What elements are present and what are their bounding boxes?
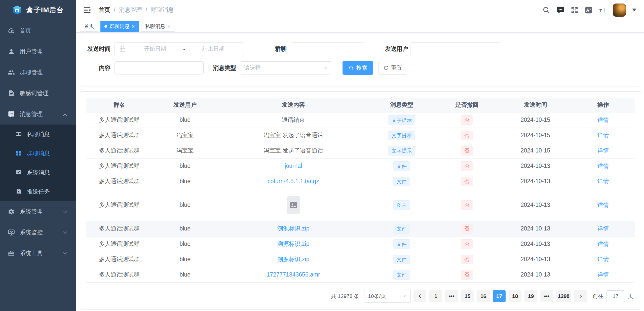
sidebar-collapse-icon[interactable] bbox=[83, 6, 91, 14]
close-icon[interactable]: × bbox=[168, 24, 171, 29]
sidebar-item-system-tools[interactable]: 系统工具 bbox=[0, 243, 76, 264]
next-page-button[interactable] bbox=[574, 290, 587, 302]
chat-icon[interactable] bbox=[556, 6, 564, 14]
col-actions: 操作 bbox=[572, 98, 635, 112]
date-range-picker[interactable]: 开始日期 - 结束日期 bbox=[115, 42, 244, 55]
sidebar-item-sensitive-words[interactable]: 敏感词管理 bbox=[0, 83, 76, 104]
chevron-down-icon bbox=[63, 251, 67, 255]
sidebar-item-push-tasks[interactable]: 推送任务 bbox=[0, 182, 76, 201]
detail-link[interactable]: 详情 bbox=[597, 163, 609, 169]
page-button-active[interactable]: 17 bbox=[493, 290, 506, 302]
cell-group: 多人通话测试群 bbox=[86, 252, 152, 267]
pagination-goto: 前往 页 bbox=[593, 290, 633, 302]
select-placeholder: 请选择 bbox=[244, 64, 261, 72]
message-type-label: 消息类型 bbox=[204, 64, 236, 72]
content-input[interactable] bbox=[115, 61, 204, 74]
detail-link[interactable]: 详情 bbox=[597, 116, 609, 123]
translate-icon[interactable]: A文 bbox=[585, 6, 593, 14]
detail-link[interactable]: 详情 bbox=[597, 178, 609, 184]
detail-link[interactable]: 详情 bbox=[597, 147, 609, 154]
sidebar-item-label: 群聊消息 bbox=[27, 149, 50, 157]
cell-content: 冯宝宝 发起了语音通话 bbox=[218, 128, 369, 143]
search-icon[interactable] bbox=[542, 6, 550, 14]
sidebar-item-group-messages[interactable]: 群聊消息 bbox=[0, 144, 76, 163]
avatar-dropdown-caret-icon[interactable] bbox=[632, 9, 636, 11]
content-label: 内容 bbox=[86, 64, 110, 72]
topbar-actions: A文 TT bbox=[542, 4, 636, 17]
sidebar-item-system-monitor[interactable]: 系统监控 bbox=[0, 222, 76, 243]
more-pages-button[interactable]: ••• bbox=[540, 290, 553, 302]
cell-time: 2024-10-15 bbox=[499, 128, 572, 143]
cell-sender: blue bbox=[152, 221, 218, 236]
fullscreen-icon[interactable] bbox=[571, 6, 579, 14]
cell-sender: blue bbox=[152, 267, 218, 282]
page-button[interactable]: 19 bbox=[524, 290, 537, 302]
sidebar-item-users[interactable]: 用户管理 bbox=[0, 41, 76, 62]
cell-group: 多人通话测试群 bbox=[86, 221, 152, 236]
close-icon[interactable]: × bbox=[132, 24, 135, 29]
image-thumbnail[interactable] bbox=[287, 196, 300, 214]
user-avatar[interactable] bbox=[613, 4, 626, 17]
more-pages-button[interactable]: ••• bbox=[445, 290, 458, 302]
detail-link[interactable]: 详情 bbox=[597, 256, 609, 262]
breadcrumb: 首页 / 消息管理 / 群聊消息 bbox=[99, 6, 174, 14]
cell-group: 多人通话测试群 bbox=[86, 267, 152, 282]
cell-time: 2024-10-15 bbox=[499, 112, 572, 128]
goto-page-input[interactable] bbox=[606, 290, 625, 302]
cell-sender: blue bbox=[152, 189, 218, 221]
reset-button[interactable]: 重置 bbox=[378, 61, 407, 75]
file-link[interactable]: 溯源标识.zip bbox=[277, 241, 310, 247]
cell-group: 多人通话测试群 bbox=[86, 158, 152, 174]
file-link[interactable]: journal bbox=[285, 163, 302, 169]
detail-link[interactable]: 详情 bbox=[597, 132, 609, 138]
main-area: 首页 / 消息管理 / 群聊消息 A文 TT 首页 群聊消息 × 私 bbox=[76, 0, 644, 311]
search-button[interactable]: 搜索 bbox=[343, 61, 373, 75]
active-dot bbox=[104, 25, 107, 28]
sidebar-item-groups[interactable]: 群聊管理 bbox=[0, 62, 76, 83]
page-button[interactable]: 18 bbox=[509, 290, 521, 302]
document-icon bbox=[8, 90, 15, 97]
detail-link[interactable]: 详情 bbox=[597, 241, 609, 247]
sidebar-item-home[interactable]: 首页 bbox=[0, 20, 76, 41]
file-link[interactable]: 溯源标识.zip bbox=[277, 256, 310, 262]
file-link[interactable]: 溯源标识.zip bbox=[277, 225, 310, 232]
sender-input[interactable] bbox=[410, 42, 501, 55]
sidebar-item-private-messages[interactable]: 私聊消息 bbox=[0, 125, 76, 144]
page-button[interactable]: 1298 bbox=[556, 290, 571, 302]
end-date-input[interactable]: 结束日期 bbox=[187, 45, 240, 53]
group-input[interactable] bbox=[291, 42, 364, 55]
sidebar-item-system-messages[interactable]: 系统消息 bbox=[0, 163, 76, 182]
breadcrumb-message-management[interactable]: 消息管理 bbox=[119, 6, 142, 14]
pagination-total: 共 12978 条 bbox=[331, 293, 359, 300]
tab-label: 私聊消息 bbox=[145, 23, 165, 30]
sidebar-item-label: 敏感词管理 bbox=[20, 89, 49, 97]
filter-row-2: 内容 消息类型 请选择 搜索 重置 bbox=[86, 61, 641, 74]
tab-group-messages[interactable]: 群聊消息 × bbox=[100, 21, 139, 32]
page-button[interactable]: 1 bbox=[429, 290, 442, 302]
prev-page-button[interactable] bbox=[413, 290, 426, 302]
page-button[interactable]: 16 bbox=[477, 290, 490, 302]
message-type-select[interactable]: 请选择 bbox=[240, 61, 332, 74]
start-date-input[interactable]: 开始日期 bbox=[128, 45, 182, 53]
chevron-down-icon bbox=[63, 230, 67, 234]
detail-link[interactable]: 详情 bbox=[597, 225, 609, 232]
tab-private-messages[interactable]: 私聊消息 × bbox=[141, 21, 175, 32]
cell-time: 2024-10-13 bbox=[499, 221, 572, 236]
sidebar-item-messages[interactable]: 消息管理 bbox=[0, 104, 76, 125]
breadcrumb-home[interactable]: 首页 bbox=[99, 6, 110, 14]
monitor-chart-icon bbox=[16, 169, 22, 175]
file-link[interactable]: coturn-4.5.1.1.tar.gz bbox=[268, 178, 319, 184]
font-size-icon[interactable]: TT bbox=[599, 6, 607, 14]
cell-group: 多人通话测试群 bbox=[86, 236, 152, 252]
page-size-select[interactable]: 10条/页 bbox=[364, 290, 411, 303]
detail-link[interactable]: 详情 bbox=[597, 202, 609, 208]
page-size-value: 10条/页 bbox=[368, 293, 386, 300]
page-button[interactable]: 15 bbox=[461, 290, 474, 302]
cell-time: 2024-10-13 bbox=[499, 267, 572, 282]
file-link[interactable]: 1727771843656.amr bbox=[267, 271, 320, 278]
chevron-right-icon bbox=[578, 294, 582, 298]
recalled-tag: 否 bbox=[461, 224, 473, 234]
tab-home[interactable]: 首页 bbox=[80, 21, 98, 32]
detail-link[interactable]: 详情 bbox=[597, 271, 609, 278]
sidebar-item-system-management[interactable]: 系统管理 bbox=[0, 201, 76, 222]
